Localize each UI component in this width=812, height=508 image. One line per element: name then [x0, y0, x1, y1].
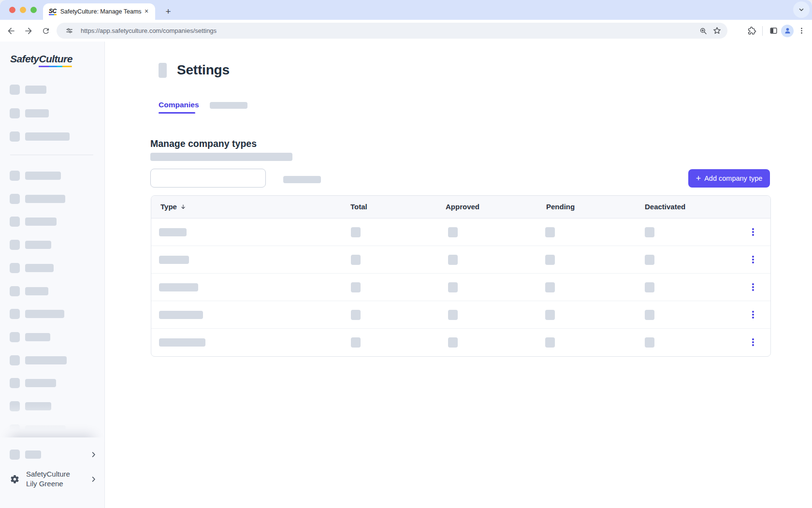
type-cell-skeleton	[159, 256, 189, 264]
side-panel-icon[interactable]	[766, 23, 781, 39]
nav-label-skeleton	[25, 425, 66, 434]
tab-companies[interactable]: Companies	[159, 101, 199, 109]
nav-label-skeleton	[25, 402, 51, 410]
close-window-button[interactable]	[9, 7, 15, 13]
user-account-item[interactable]: SafetyCulture Lily Greene	[10, 469, 97, 489]
nav-icon-skeleton	[10, 424, 20, 435]
pending-cell-skeleton	[545, 227, 555, 237]
total-cell-skeleton	[351, 310, 361, 320]
column-header-type-label: Type	[160, 203, 177, 211]
approved-cell-skeleton	[448, 227, 458, 237]
search-input[interactable]	[150, 169, 266, 188]
nav-label-skeleton	[25, 241, 51, 249]
type-cell-skeleton	[159, 311, 203, 319]
deactivated-cell-skeleton	[645, 337, 654, 348]
reload-icon[interactable]	[38, 23, 54, 39]
nav-label-skeleton	[25, 264, 54, 272]
sidebar-nav-item-skeleton[interactable]	[10, 131, 70, 142]
add-company-type-button[interactable]: + Add company type	[688, 169, 770, 188]
url-text: https://app.safetyculture.com/companies/…	[81, 27, 696, 34]
page-icon-skeleton	[159, 63, 167, 78]
sidebar-nav-item-skeleton[interactable]	[10, 309, 64, 319]
toolbar-separator	[762, 26, 763, 36]
bottom-item-label-skeleton	[25, 450, 41, 459]
row-actions-kebab-icon[interactable]	[746, 335, 760, 349]
nav-label-skeleton	[25, 356, 67, 364]
logo-culture: Culture	[39, 53, 72, 67]
sidebar-nav-item-skeleton[interactable]	[10, 171, 61, 181]
nav-label-skeleton	[25, 333, 50, 341]
sidebar-nav-item-skeleton[interactable]	[10, 240, 51, 250]
tab-skeleton[interactable]	[210, 102, 247, 109]
nav-icon-skeleton	[10, 108, 20, 118]
tab-title: SafetyCulture: Manage Teams and...	[60, 8, 143, 15]
nav-label-skeleton	[25, 132, 70, 141]
maximize-window-button[interactable]	[30, 7, 37, 13]
sidebar-nav-item-skeleton[interactable]	[10, 286, 48, 296]
deactivated-cell-skeleton	[645, 310, 654, 320]
nav-label-skeleton	[25, 379, 56, 387]
table-row	[151, 301, 770, 329]
sidebar-nav-item-skeleton[interactable]	[10, 378, 56, 388]
new-tab-button[interactable]: +	[161, 5, 175, 18]
sidebar-nav-item-skeleton[interactable]	[10, 332, 50, 342]
row-actions-kebab-icon[interactable]	[746, 253, 760, 266]
nav-icon-skeleton	[10, 332, 20, 342]
browser-menu-icon[interactable]	[794, 23, 809, 39]
sidebar-nav-item-skeleton[interactable]	[10, 108, 49, 118]
bottom-item-icon-skeleton	[10, 450, 20, 460]
sidebar-nav-item-skeleton[interactable]	[10, 424, 66, 435]
sidebar-nav-item-skeleton[interactable]	[10, 85, 46, 95]
minimize-window-button[interactable]	[20, 7, 26, 13]
nav-label-skeleton	[25, 195, 65, 203]
deactivated-cell-skeleton	[645, 282, 654, 292]
nav-icon-skeleton	[10, 309, 20, 319]
deactivated-cell-skeleton	[645, 227, 654, 237]
sidebar-nav-item-skeleton[interactable]	[10, 217, 57, 227]
column-header-pending: Pending	[546, 203, 575, 211]
nav-label-skeleton	[25, 172, 61, 180]
address-bar[interactable]: https://app.safetyculture.com/companies/…	[57, 23, 727, 39]
user-org: SafetyCulture	[26, 469, 70, 479]
safetyculture-favicon: SC	[49, 8, 57, 15]
back-icon[interactable]	[3, 23, 19, 39]
nav-icon-skeleton	[10, 401, 20, 411]
bookmark-star-icon[interactable]	[710, 24, 724, 38]
browser-tab[interactable]: SC SafetyCulture: Manage Teams and... ×	[43, 3, 155, 20]
zoom-icon[interactable]	[696, 24, 710, 38]
sidebar-bottom-item[interactable]	[10, 450, 97, 460]
nav-icon-skeleton	[10, 131, 20, 142]
row-actions-kebab-icon[interactable]	[746, 308, 760, 321]
sidebar-nav-item-skeleton[interactable]	[10, 401, 51, 411]
nav-icon-skeleton	[10, 85, 20, 95]
sidebar-nav-item-skeleton[interactable]	[10, 194, 65, 204]
row-actions-kebab-icon[interactable]	[746, 280, 760, 294]
nav-icon-skeleton	[10, 378, 20, 388]
nav-icon-skeleton	[10, 171, 20, 181]
nav-icon-skeleton	[10, 263, 20, 273]
safetyculture-logo: SafetyCulture	[10, 53, 72, 65]
row-actions-kebab-icon[interactable]	[746, 225, 760, 239]
type-cell-skeleton	[159, 228, 187, 236]
forward-icon[interactable]	[21, 23, 36, 39]
sort-descending-icon	[180, 203, 187, 210]
section-description-skeleton	[150, 153, 292, 161]
table-row	[151, 274, 770, 301]
logo-safety: Safety	[10, 53, 39, 64]
tab-search-chevron-icon[interactable]	[793, 1, 810, 18]
tab-companies-underline	[159, 112, 195, 114]
sidebar-nav-item-skeleton[interactable]	[10, 355, 67, 365]
window-controls	[9, 7, 37, 13]
column-header-type[interactable]: Type	[160, 203, 187, 211]
table-header-row: Type Total Approved Pending Deactivated	[151, 196, 770, 218]
extensions-icon[interactable]	[744, 23, 759, 39]
tab-close-icon[interactable]: ×	[143, 8, 150, 15]
site-settings-icon[interactable]	[62, 24, 76, 38]
chevron-right-icon	[90, 451, 97, 458]
pending-cell-skeleton	[545, 255, 555, 265]
nav-icon-skeleton	[10, 217, 20, 227]
profile-avatar[interactable]	[781, 25, 794, 37]
sidebar-nav-item-skeleton[interactable]	[10, 263, 54, 273]
nav-label-skeleton	[25, 86, 46, 94]
table-body	[151, 218, 770, 356]
